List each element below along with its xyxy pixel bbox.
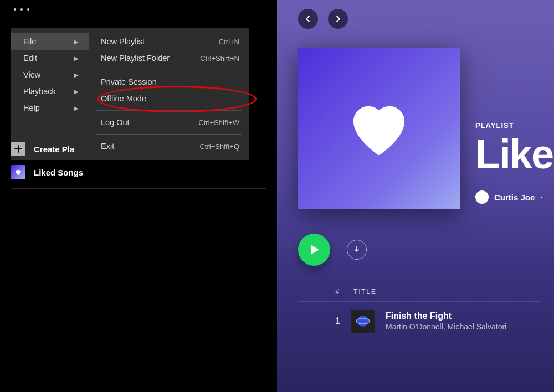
menu-separator [96,110,242,111]
download-icon [352,245,362,255]
play-button[interactable] [298,234,330,266]
playlist-header-text: PLAYLIST Like Curtis Joe · [475,48,553,209]
download-button[interactable] [347,240,367,260]
sidebar-item-create-playlist[interactable]: Create Pla [11,137,266,161]
plus-icon [11,142,25,156]
menu-label: View [23,70,40,79]
menu-item-private-session[interactable]: Private Session [89,74,249,90]
left-panel: File ▶ Edit ▶ View ▶ Playback ▶ Help ▶ [0,0,277,392]
menu-separator [96,70,242,70]
avatar [475,190,489,204]
menu-item-view[interactable]: View ▶ [11,66,89,83]
chevron-right-icon: ▶ [74,105,79,111]
menu-item-edit[interactable]: Edit ▶ [11,50,89,66]
menu-item-file[interactable]: File ▶ [11,33,89,50]
heart-icon [11,165,25,179]
track-row[interactable]: 1 Finish the Fight Martin O'Donnell, Mic… [298,302,554,333]
play-icon [307,243,321,256]
col-title: TITLE [353,288,377,296]
dot-separator: · [540,193,542,202]
sidebar: Create Pla Liked Songs [11,137,266,189]
menu-item-new-playlist[interactable]: New Playlist Ctrl+N [89,33,249,50]
menu-item-help[interactable]: Help ▶ [11,100,89,116]
sidebar-item-label: Create Pla [34,145,74,154]
menu-label: Offline Mode [101,94,146,103]
track-table-header: # TITLE [298,266,541,302]
playlist-controls [277,209,554,266]
chevron-right-icon: ▶ [74,89,79,95]
menu-label: Help [23,104,40,112]
menu-label: Edit [23,54,37,63]
menu-item-playback[interactable]: Playback ▶ [11,83,89,100]
track-artist: Martin O'Donnell, Michael Salvatori [386,322,506,331]
sidebar-item-liked-songs[interactable]: Liked Songs [11,161,266,184]
menu-shortcut: Ctrl+N [219,38,239,46]
menu-label: New Playlist Folder [101,54,170,63]
menu-item-new-playlist-folder[interactable]: New Playlist Folder Ctrl+Shift+N [89,50,249,66]
chevron-right-icon: ▶ [74,72,79,78]
track-number: 1 [329,316,340,326]
chevron-right-icon: ▶ [74,39,79,45]
window-dots[interactable] [14,8,29,11]
chevron-right-icon: ▶ [74,55,79,61]
menu-shortcut: Ctrl+Shift+W [198,118,239,127]
menu-item-offline-mode[interactable]: Offline Mode [89,90,249,107]
menu-item-log-out[interactable]: Log Out Ctrl+Shift+W [89,114,249,131]
nav-back-button[interactable] [298,9,318,29]
playlist-owner-row[interactable]: Curtis Joe · [475,190,553,204]
col-number: # [329,288,340,296]
menu-label: File [23,37,36,46]
svg-point-0 [357,316,368,327]
heart-icon [343,92,415,164]
playlist-cover[interactable] [298,48,460,209]
track-artwork [351,310,375,333]
nav-forward-button[interactable] [328,9,348,29]
menu-label: New Playlist [101,37,145,46]
menu-label: Private Session [101,78,157,86]
menu-shortcut: Ctrl+Shift+N [200,54,239,63]
menu-separator [96,134,242,135]
track-meta: Finish the Fight Martin O'Donnell, Micha… [386,311,506,331]
playlist-type-label: PLAYLIST [475,121,553,130]
sidebar-item-label: Liked Songs [34,168,83,177]
divider [11,188,266,189]
playlist-owner: Curtis Joe [494,193,535,202]
nav-buttons [277,0,554,29]
playlist-title: Like [475,134,553,175]
playlist-header: PLAYLIST Like Curtis Joe · [277,29,554,209]
track-title: Finish the Fight [386,311,506,321]
right-panel: PLAYLIST Like Curtis Joe · # TITLE 1 Fin… [277,0,554,392]
menu-label: Playback [23,87,56,96]
menu-label: Log Out [101,118,130,127]
